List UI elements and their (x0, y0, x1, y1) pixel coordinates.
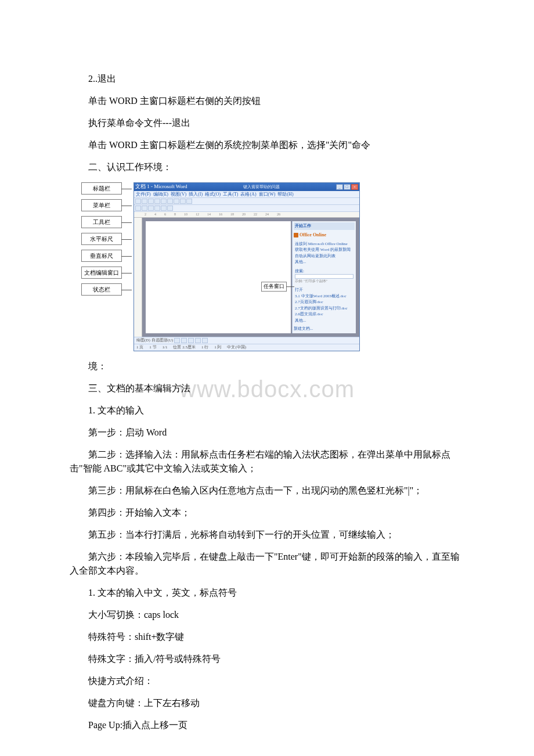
minimize-button[interactable]: _ (336, 184, 343, 190)
menu-file[interactable]: 文件(F) (136, 191, 151, 198)
para-arrow-keys: 键盘方向键：上下左右移动 (70, 696, 464, 710)
standard-toolbar (134, 198, 359, 205)
para-file-exit: 执行菜单命令文件---退出 (70, 116, 464, 130)
textbox-icon[interactable] (202, 338, 208, 343)
menu-table[interactable]: 表格(A) (240, 191, 256, 198)
word-window-figure: 标题栏 菜单栏 工具栏 水平标尺 垂直标尺 文档编辑窗口 状态栏 文档 1 - … (81, 182, 360, 351)
window-controls: _ □ × (336, 184, 358, 190)
autoshapes-menu[interactable]: 自选图形(U) (151, 337, 174, 344)
menu-window[interactable]: 窗口(W) (259, 191, 276, 198)
callout-menubar: 菜单栏 (81, 199, 122, 211)
menu-format[interactable]: 格式(O) (205, 191, 221, 198)
window-title: 文档 1 - Microsoft Word (135, 183, 187, 191)
para-close-button: 单击 WORD 主窗口标题栏右侧的关闭按钮 (70, 94, 464, 108)
para-step1: 第一步：启动 Word (70, 426, 464, 440)
callout-taskpane: 任务窗口 (261, 282, 287, 292)
recent-file[interactable]: 2.7页眉页脚.doc (295, 299, 353, 305)
status-lang: 中文(中国) (227, 344, 246, 351)
menu-tools[interactable]: 工具(T) (223, 191, 238, 198)
close-button[interactable]: × (351, 184, 358, 190)
draw-menu[interactable]: 绘图(D) (136, 337, 150, 344)
para-insert-symbol: 特殊文字：插入/符号或特殊符号 (70, 652, 464, 666)
arrow-icon[interactable] (181, 338, 187, 343)
task-pane: 开始工作 Office Online 连接到 Microsoft Office … (292, 221, 356, 333)
word-window: 文档 1 - Microsoft Word 键入需要帮助的问题 _ □ × 文件… (134, 182, 360, 351)
menu-edit[interactable]: 编辑(E) (153, 191, 168, 198)
para-pageup: Page Up:插入点上移一页 (70, 718, 464, 732)
callout-statusbar: 状态栏 (81, 283, 122, 296)
para-shift-num: 特殊符号：shift+数字键 (70, 630, 464, 644)
para-capslock: 大小写切换：caps lock (70, 608, 464, 622)
status-pages: 1/1 (163, 344, 168, 351)
recent-file[interactable]: 2.7文档的版面设置与打印.doc (295, 305, 353, 312)
recent-file[interactable]: 其他... (295, 318, 353, 324)
help-hint: 键入需要帮助的问题 (243, 184, 280, 190)
callout-titlebar: 标题栏 (81, 182, 122, 195)
recent-file[interactable]: 2.6图文混排.doc (295, 311, 353, 318)
status-position: 位置 2.5厘米 (173, 344, 196, 351)
menu-insert[interactable]: 插入(I) (189, 191, 203, 198)
status-page: 1 页 (136, 344, 143, 351)
paste-icon[interactable] (174, 199, 179, 204)
copy-icon[interactable] (167, 199, 173, 204)
para-step5: 第五步：当本行打满后，光标将自动转到下一行的开头位置，可继续输入； (70, 528, 464, 542)
para-step6: 第六步：本段输入完毕后，在键盘上敲击一下"Enter"键，即可开始新的段落的输入… (70, 550, 464, 578)
taskpane-header: 开始工作 (294, 222, 355, 230)
document-page[interactable] (146, 221, 291, 333)
para-section-3: 三、文档的基本编辑方法 (70, 381, 464, 395)
callout-edit-area: 文档编辑窗口 (81, 267, 122, 279)
status-col: 1 列 (214, 344, 221, 351)
formatting-toolbar (134, 205, 359, 212)
office-online-logo: Office Online (294, 232, 355, 239)
maximize-button[interactable]: □ (344, 184, 351, 190)
para-step4: 第四步：开始输入文本； (70, 506, 464, 520)
oval-icon[interactable] (195, 338, 201, 343)
para-shortcuts: 快捷方式介绍： (70, 674, 464, 688)
search-hint: 示例: "打印多个副本" (295, 279, 353, 284)
callout-h-ruler: 水平标尺 (81, 233, 122, 245)
para-section-2: 二、认识工作环境： (70, 160, 464, 174)
taskpane-link[interactable]: 获取有关使用 Word 的最新新闻 (295, 247, 353, 253)
rectangle-icon[interactable] (188, 338, 194, 343)
para-exit-heading: 2..退出 (70, 72, 464, 86)
horizontal-ruler: 2 4 6 8 10 12 14 16 18 20 22 24 26 (134, 212, 359, 218)
redo-icon[interactable] (186, 199, 192, 204)
taskpane-link[interactable]: 连接到 Microsoft Office Online (295, 241, 353, 247)
taskpane-link[interactable]: 其他... (295, 259, 353, 265)
underline-icon[interactable] (148, 206, 154, 211)
vertical-ruler (134, 218, 142, 337)
para-step2: 第二步：选择输入法：用鼠标点击任务栏右端的输入法状态图标，在弹出菜单中用鼠标点击… (70, 448, 464, 476)
search-input[interactable] (295, 274, 353, 279)
para-jing: 境： (70, 359, 464, 373)
recent-file[interactable]: 3.1 中文版Word 2003概述.doc (295, 293, 353, 300)
drawing-toolbar: 绘图(D) 自选图形(U) (134, 337, 359, 344)
callout-v-ruler: 垂直标尺 (81, 250, 122, 262)
status-section: 1 节 (149, 344, 156, 351)
align-left-icon[interactable] (154, 206, 160, 211)
line-icon[interactable] (174, 338, 180, 343)
italic-icon[interactable] (142, 206, 147, 211)
para-step3: 第三步：用鼠标在白色输入区内任意地方点击一下，出现闪动的黑色竖杠光标"|"； (70, 484, 464, 498)
para-input-types: 1. 文本的输入中文，英文，标点符号 (70, 586, 464, 600)
menu-view[interactable]: 视图(V) (171, 191, 186, 198)
new-icon[interactable] (135, 199, 141, 204)
callout-labels: 标题栏 菜单栏 工具栏 水平标尺 垂直标尺 文档编辑窗口 状态栏 (81, 182, 122, 351)
para-system-menu: 单击 WORD 主窗口标题栏左侧的系统控制菜单图标，选择"关闭"命令 (70, 138, 464, 152)
status-line: 1 行 (201, 344, 208, 351)
undo-icon[interactable] (180, 199, 186, 204)
open-icon[interactable] (142, 199, 147, 204)
search-label: 搜索: (295, 268, 353, 275)
save-icon[interactable] (148, 199, 154, 204)
bold-icon[interactable] (135, 206, 141, 211)
align-center-icon[interactable] (161, 206, 167, 211)
para-text-input: 1. 文本的输入 (70, 404, 464, 417)
document-content: 2..退出 单击 WORD 主窗口标题栏右侧的关闭按钮 执行菜单命令文件---退… (70, 72, 464, 732)
menu-help[interactable]: 帮助(H) (277, 191, 293, 198)
taskpane-link[interactable]: 自动从网站更新此列表 (295, 253, 353, 260)
cut-icon[interactable] (161, 199, 167, 204)
status-bar: 1 页 1 节 1/1 位置 2.5厘米 1 行 1 列 中文(中国) (134, 344, 359, 351)
new-doc-link[interactable]: 新建文档... (294, 326, 355, 332)
print-icon[interactable] (154, 199, 160, 204)
office-icon (294, 233, 298, 237)
align-right-icon[interactable] (167, 206, 173, 211)
